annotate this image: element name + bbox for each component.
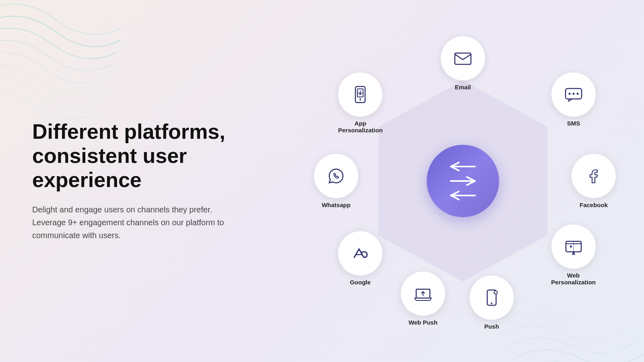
right-arrow-icon (443, 175, 483, 187)
channel-node-push: Push (470, 276, 514, 330)
left-arrow-icon (443, 160, 483, 173)
google-node-circle (338, 231, 382, 276)
web-push-node-circle (401, 272, 445, 316)
channel-node-sms: SMS (551, 72, 596, 127)
page-description: Delight and engage users on channels the… (32, 204, 225, 242)
email-label: Email (455, 84, 471, 90)
google-ads-icon (350, 243, 370, 263)
center-hub (427, 145, 499, 217)
svg-point-11 (491, 302, 493, 304)
channel-node-web-push: Web Push (401, 272, 445, 326)
sms-label: SMS (567, 120, 580, 127)
sms-icon (564, 84, 584, 105)
facebook-label: Facebook (580, 202, 608, 208)
channel-node-app-personalization: AppPersonalization (338, 72, 383, 134)
app-personalization-node-circle (338, 72, 382, 117)
email-node-circle (441, 36, 485, 80)
google-label: Google (350, 279, 371, 286)
channel-node-email: Email (441, 36, 485, 90)
svg-point-7 (577, 93, 579, 95)
channel-node-whatsapp: Whatsapp (314, 154, 358, 208)
app-personalization-icon (350, 84, 370, 105)
push-icon (482, 288, 502, 308)
channel-diagram: Email AppPersonalization SMS (306, 24, 620, 338)
channel-node-google: Google (338, 231, 382, 286)
facebook-icon (584, 166, 604, 186)
whatsapp-node-circle (314, 154, 358, 198)
web-push-icon (413, 284, 433, 304)
web-personalization-label: WebPersonalization (551, 272, 596, 286)
web-personalization-node-circle (551, 224, 596, 269)
left-section: Different platforms, consistent user exp… (32, 120, 254, 242)
svg-point-13 (495, 291, 497, 294)
channel-node-facebook: Facebook (572, 154, 616, 208)
web-push-label: Web Push (409, 319, 438, 326)
sms-node-circle (551, 72, 596, 117)
page-title: Different platforms, consistent user exp… (32, 120, 254, 192)
web-personalization-icon (564, 237, 584, 257)
app-personalization-label: AppPersonalization (338, 120, 383, 134)
facebook-node-circle (572, 154, 616, 198)
push-label: Push (484, 323, 499, 330)
whatsapp-icon (326, 166, 346, 186)
svg-rect-1 (455, 53, 471, 64)
svg-point-5 (569, 93, 571, 95)
left-arrow2-icon (443, 189, 483, 202)
push-node-circle (470, 276, 514, 320)
svg-point-6 (573, 93, 575, 95)
email-icon (453, 48, 473, 68)
channel-node-web-personalization: WebPersonalization (551, 224, 596, 286)
whatsapp-label: Whatsapp (322, 202, 351, 208)
